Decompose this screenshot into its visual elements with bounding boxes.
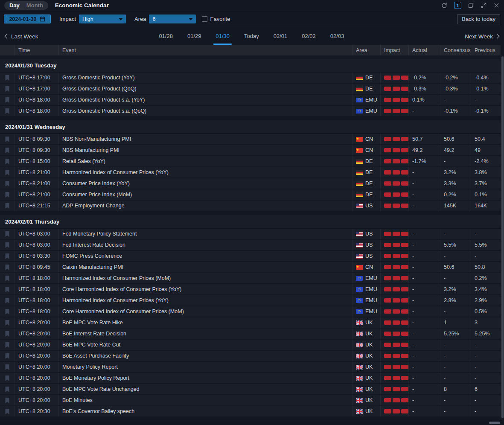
refresh-icon[interactable]	[441, 2, 448, 9]
flag-emu-icon	[356, 298, 363, 303]
bookmark-icon[interactable]	[5, 231, 10, 237]
impact-bar	[393, 148, 400, 152]
bookmark-icon[interactable]	[5, 286, 10, 293]
horizontal-scrollbar[interactable]	[0, 420, 504, 425]
table-row[interactable]: UTC+8 09:30 NBS Manufacturing PMI CN 49.…	[0, 145, 501, 156]
favorite-filter[interactable]: Favorite	[202, 16, 230, 22]
bookmark-icon[interactable]	[5, 320, 10, 326]
day-tab-02-01[interactable]: 02/01	[271, 27, 290, 45]
bookmark-icon[interactable]	[5, 158, 10, 165]
day-tab-today[interactable]: Today	[242, 27, 262, 45]
bookmark-icon[interactable]	[5, 180, 10, 187]
day-tab-02-03[interactable]: 02/03	[328, 27, 347, 45]
bookmark-icon[interactable]	[5, 375, 10, 381]
consensus-value: -	[440, 273, 471, 283]
table-row[interactable]: UTC+8 18:00 Gross Domestic Product s.a. …	[0, 95, 501, 106]
bookmark-icon[interactable]	[5, 169, 10, 176]
day-tab-01-30[interactable]: 01/30	[213, 27, 232, 45]
event-time: UTC+8 17:00	[15, 84, 58, 94]
day-tab-01-29[interactable]: 01/29	[185, 27, 204, 45]
bookmark-icon[interactable]	[5, 264, 10, 271]
date-picker[interactable]: 2024-01-30	[4, 15, 51, 23]
impact-bar	[393, 309, 400, 314]
bookmark-icon[interactable]	[5, 386, 10, 393]
bookmark-icon[interactable]	[5, 192, 10, 198]
tab-day[interactable]: Day	[6, 2, 23, 9]
bookmark-icon[interactable]	[5, 331, 10, 337]
bookmark-icon[interactable]	[5, 242, 10, 248]
expand-icon[interactable]	[481, 2, 487, 9]
bookmark-icon[interactable]	[5, 342, 10, 348]
table-row[interactable]: UTC+8 18:00 Core Harmonized Index of Con…	[0, 284, 501, 295]
day-tab-02-02[interactable]: 02/02	[299, 27, 318, 45]
bookmark-icon[interactable]	[5, 86, 10, 92]
table-row[interactable]: UTC+8 20:00 BoE MPC Vote Rate Cut UK - -…	[0, 340, 501, 351]
table-row[interactable]: UTC+8 20:00 BoE Monetary Policy Report U…	[0, 373, 501, 384]
tab-count-badge[interactable]: 1	[454, 2, 461, 9]
back-to-today-button[interactable]: Back to today	[457, 14, 500, 24]
bookmark-icon[interactable]	[5, 203, 10, 209]
table-row[interactable]: UTC+8 20:00 BoE MPC Vote Rate Unchanged …	[0, 384, 501, 395]
bookmark-icon[interactable]	[5, 136, 10, 143]
bookmark-cell	[0, 295, 15, 306]
last-week-button[interactable]: Last Week	[4, 33, 38, 40]
table-row[interactable]: UTC+8 03:30 FOMC Press Conference US - -…	[0, 251, 501, 262]
impact-bar	[401, 87, 408, 91]
table-row[interactable]: UTC+8 20:30 BoE's Governor Bailey speech…	[0, 406, 501, 417]
event-time: UTC+8 18:00	[15, 306, 58, 317]
impact-bar	[384, 398, 391, 402]
table-row[interactable]: UTC+8 21:15 ADP Employment Change US - 1…	[0, 201, 501, 212]
next-week-button[interactable]: Next Week	[465, 33, 500, 40]
area-select[interactable]: 6	[149, 15, 196, 23]
favorite-checkbox[interactable]	[202, 16, 207, 22]
bookmark-icon[interactable]	[5, 309, 10, 315]
impact-bar	[393, 354, 400, 358]
impact-bar	[384, 137, 391, 141]
bookmark-cell	[0, 351, 15, 361]
bookmark-icon[interactable]	[5, 147, 10, 154]
table-row[interactable]: UTC+8 21:00 Consumer Price Index (YoY) D…	[0, 178, 501, 189]
area-code: EMU	[365, 284, 377, 294]
bookmark-icon[interactable]	[5, 297, 10, 304]
table-row[interactable]: UTC+8 17:00 Gross Domestic Product (QoQ)…	[0, 84, 501, 95]
vertical-scrollbar-thumb[interactable]	[501, 56, 504, 418]
event-area: EMU	[352, 273, 380, 283]
table-row[interactable]: UTC+8 15:00 Retail Sales (YoY) DE -1.7% …	[0, 156, 501, 167]
table-row[interactable]: UTC+8 20:00 Monetary Policy Report UK - …	[0, 362, 501, 373]
table-row[interactable]: UTC+8 03:00 Fed Monetary Policy Statemen…	[0, 229, 501, 240]
tab-month[interactable]: Month	[23, 2, 47, 9]
day-tabs: 01/2801/2901/30Today02/0102/0202/03	[38, 27, 465, 45]
bookmark-icon[interactable]	[5, 75, 10, 81]
table-row[interactable]: UTC+8 20:00 BoE Minutes UK - - -	[0, 395, 501, 406]
table-row[interactable]: UTC+8 20:00 BoE Asset Purchase Facility …	[0, 351, 501, 362]
impact-bar	[401, 409, 408, 413]
impact-select[interactable]: High	[79, 15, 126, 23]
table-row[interactable]: UTC+8 21:00 Harmonized Index of Consumer…	[0, 167, 501, 178]
table-row[interactable]: UTC+8 21:00 Consumer Price Index (MoM) D…	[0, 189, 501, 201]
actual-value: -	[408, 406, 440, 416]
table-row[interactable]: UTC+8 18:00 Harmonized Index of Consumer…	[0, 273, 501, 284]
bookmark-icon[interactable]	[5, 253, 10, 259]
duplicate-icon[interactable]	[468, 2, 474, 9]
bookmark-icon[interactable]	[5, 397, 10, 404]
vertical-scrollbar[interactable]	[501, 55, 504, 420]
table-row[interactable]: UTC+8 09:45 Caixin Manufacturing PMI CN …	[0, 262, 501, 273]
event-area: UK	[352, 406, 380, 416]
table-row[interactable]: UTC+8 03:00 Fed Interest Rate Decision U…	[0, 240, 501, 251]
table-row[interactable]: UTC+8 17:00 Gross Domestic Product (YoY)…	[0, 73, 501, 84]
table-row[interactable]: UTC+8 18:00 Harmonized Index of Consumer…	[0, 295, 501, 306]
day-tab-01-28[interactable]: 01/28	[156, 27, 175, 45]
bookmark-icon[interactable]	[5, 275, 10, 282]
bookmark-icon[interactable]	[5, 364, 10, 370]
table-row[interactable]: UTC+8 18:00 Core Harmonized Index of Con…	[0, 306, 501, 317]
table-row[interactable]: UTC+8 09:30 NBS Non-Manufacturing PMI CN…	[0, 134, 501, 145]
bookmark-icon[interactable]	[5, 97, 10, 103]
close-icon[interactable]	[493, 2, 500, 9]
bookmark-icon[interactable]	[5, 108, 10, 114]
bookmark-icon[interactable]	[5, 353, 10, 359]
table-row[interactable]: UTC+8 20:00 BoE MPC Vote Rate Hike UK - …	[0, 317, 501, 329]
table-row[interactable]: UTC+8 20:00 BoE Interest Rate Decision U…	[0, 329, 501, 340]
horizontal-scrollbar-thumb[interactable]	[489, 422, 500, 424]
table-row[interactable]: UTC+8 18:00 Gross Domestic Product s.a. …	[0, 106, 501, 117]
bookmark-icon[interactable]	[5, 408, 10, 415]
